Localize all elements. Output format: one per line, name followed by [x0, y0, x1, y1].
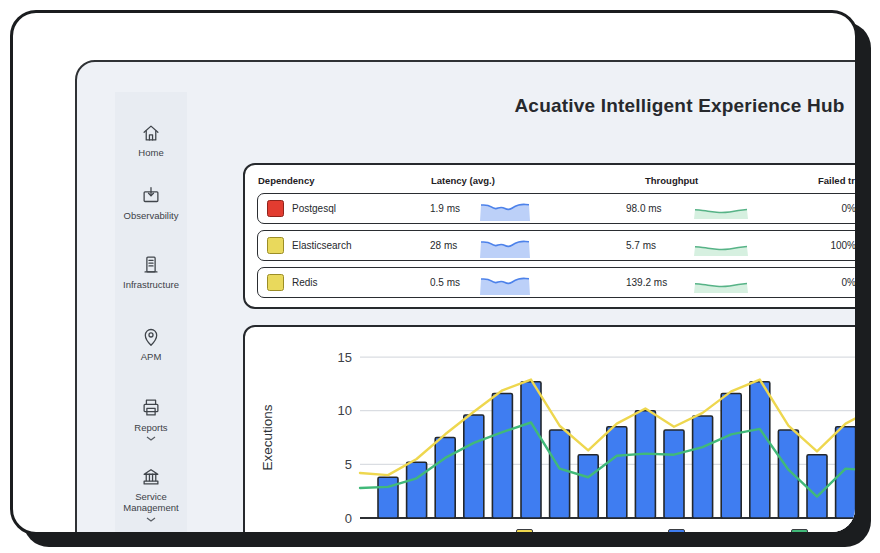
sidebar-item-label: APM: [141, 351, 162, 362]
throughput-value: 98.0 ms: [626, 203, 662, 214]
sidebar-item-apm[interactable]: APM: [115, 326, 187, 362]
legend-swatch: [791, 529, 808, 535]
sidebar: Home Observability Infrastructure: [115, 92, 187, 535]
service-management-icon: [140, 466, 162, 488]
svg-text:10: 10: [338, 403, 352, 418]
svg-text:0: 0: [345, 511, 352, 526]
latency-sparkline: [480, 198, 530, 221]
window-frame: Home Observability Infrastructure: [10, 10, 858, 535]
chevron-down-icon: [146, 436, 156, 441]
dependency-table-card: Dependency Latency (avg.) Throughput Fai…: [243, 163, 858, 309]
infrastructure-icon: [140, 254, 162, 276]
reports-icon: [140, 397, 162, 419]
apm-icon: [140, 326, 162, 348]
dependency-name: Postgesql: [292, 203, 336, 214]
sidebar-item-label: Service Management: [115, 491, 187, 514]
status-badge: [267, 237, 284, 254]
status-badge: [267, 274, 284, 291]
home-icon: [140, 122, 162, 144]
sidebar-item-label: Home: [138, 147, 163, 158]
legend-label: Elapsed Time: [542, 529, 624, 535]
dependency-name: Redis: [292, 277, 318, 288]
svg-text:5: 5: [345, 457, 352, 472]
screenshot-stage: Home Observability Infrastructure: [0, 0, 880, 553]
svg-text:15: 15: [338, 350, 352, 365]
sidebar-item-home[interactable]: Home: [115, 122, 187, 158]
column-header-latency: Latency (avg.): [431, 175, 495, 186]
latency-sparkline: [480, 235, 530, 258]
throughput-sparkline: [694, 201, 748, 219]
app-panel: Home Observability Infrastructure: [75, 60, 858, 535]
status-badge: [267, 200, 284, 217]
throughput-sparkline: [694, 238, 748, 256]
legend-item-execution[interactable]: Execution: [668, 529, 753, 535]
executions-chart-svg: 151050: [245, 327, 858, 535]
column-header-dependency: Dependency: [258, 175, 315, 186]
page-title: Acuative Intelligent Experience Hub: [507, 95, 852, 117]
sidebar-item-reports[interactable]: Reports: [115, 397, 187, 441]
latency-value: 0.5 ms: [430, 277, 460, 288]
throughput-sparkline: [694, 275, 748, 293]
executions-chart-card: Executions 151050 Elapsed Time Execution…: [243, 325, 858, 535]
throughput-value: 5.7 ms: [626, 240, 656, 251]
legend-swatch: [668, 529, 685, 535]
latency-value: 28 ms: [430, 240, 457, 251]
chevron-down-icon: [146, 517, 156, 522]
legend-item-cpu-time[interactable]: CPU Time: [791, 529, 858, 535]
sidebar-item-service-management[interactable]: Service Management: [115, 466, 187, 522]
column-header-failed-transactions: Failed transactions: [818, 175, 858, 186]
observability-icon: [140, 185, 162, 207]
table-row[interactable]: Redis 0.5 ms 139.2 ms 0%: [257, 267, 858, 298]
sidebar-item-label: Reports: [134, 422, 167, 433]
throughput-value: 139.2 ms: [626, 277, 667, 288]
failed-transactions-value: 100%: [788, 240, 856, 251]
table-row[interactable]: Elasticsearch 28 ms 5.7 ms 100%: [257, 230, 858, 261]
latency-value: 1.9 ms: [430, 203, 460, 214]
failed-transactions-value: 0%: [788, 277, 856, 288]
legend-label: CPU Time: [817, 529, 858, 535]
legend-item-elapsed-time[interactable]: Elapsed Time: [516, 529, 624, 535]
sidebar-item-label: Infrastructure: [123, 279, 179, 290]
latency-sparkline: [480, 272, 530, 295]
column-header-throughput: Throughput: [645, 175, 698, 186]
failed-transactions-value: 0%: [788, 203, 856, 214]
legend-label: Execution: [694, 529, 753, 535]
sidebar-item-observability[interactable]: Observability: [115, 185, 187, 221]
sidebar-item-label: Observability: [124, 210, 179, 221]
table-row[interactable]: Postgesql 1.9 ms 98.0 ms 0%: [257, 193, 858, 224]
legend-swatch: [516, 529, 533, 535]
sidebar-item-infrastructure[interactable]: Infrastructure: [115, 254, 187, 290]
dependency-name: Elasticsearch: [292, 240, 351, 251]
